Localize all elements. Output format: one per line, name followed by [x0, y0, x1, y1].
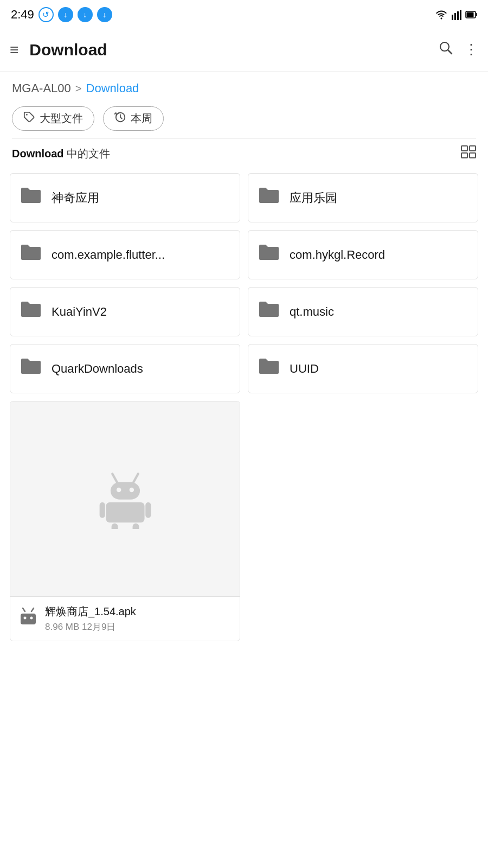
svg-point-7: [440, 42, 449, 51]
folder-icon: [20, 186, 43, 210]
view-toggle-icon[interactable]: [461, 145, 476, 162]
svg-rect-2: [457, 11, 459, 20]
status-bar: 2:49 ↺ ↓ ↓ ↓: [0, 0, 488, 28]
svg-point-26: [24, 617, 27, 620]
apk-filename: 辉焕商店_1.54.apk: [45, 604, 136, 619]
apk-meta: 8.96 MB 12月9日: [45, 621, 136, 633]
svg-line-28: [23, 608, 25, 611]
download-icon-3: ↓: [97, 7, 112, 22]
folder-item-1[interactable]: 应用乐园: [248, 173, 478, 222]
folder-item-5[interactable]: qt.music: [248, 287, 478, 336]
breadcrumb-separator: >: [75, 82, 82, 95]
svg-rect-3: [460, 10, 461, 20]
status-right: [435, 9, 477, 20]
apk-details: 辉焕商店_1.54.apk 8.96 MB 12月9日: [45, 604, 136, 633]
svg-rect-17: [110, 482, 139, 499]
svg-rect-11: [461, 146, 467, 151]
android-robot-icon: [95, 469, 155, 529]
svg-point-9: [26, 114, 28, 116]
svg-point-19: [129, 487, 133, 492]
file-grid: 神奇应用 应用乐园 com.example.flutter... com.hyk…: [0, 168, 488, 647]
folder-item-2[interactable]: com.example.flutter...: [10, 230, 240, 279]
filter-row: 大型文件 本周: [0, 101, 488, 138]
svg-line-16: [133, 474, 138, 482]
signal-icon: [451, 9, 462, 20]
svg-rect-22: [145, 502, 151, 518]
svg-rect-23: [111, 523, 118, 528]
folder-name-7: UUID: [290, 362, 319, 376]
svg-line-8: [448, 50, 452, 54]
svg-rect-24: [132, 523, 139, 528]
folder-name-6: QuarkDownloads: [52, 362, 143, 376]
svg-rect-13: [461, 153, 467, 158]
folder-item-3[interactable]: com.hykgl.Record: [248, 230, 478, 279]
svg-rect-0: [452, 15, 453, 20]
wifi-icon: [435, 10, 448, 20]
svg-rect-25: [21, 614, 36, 624]
status-time: 2:49: [11, 8, 34, 22]
svg-line-29: [31, 608, 34, 611]
folder-name-3: com.hykgl.Record: [290, 248, 385, 262]
folder-item-6[interactable]: QuarkDownloads: [10, 344, 240, 393]
section-title: Download 中的文件: [12, 146, 110, 161]
app-bar-actions: ⋮: [438, 40, 478, 59]
apk-preview: [10, 401, 240, 597]
folder-icon: [20, 242, 43, 267]
svg-rect-14: [470, 153, 476, 158]
svg-rect-21: [99, 502, 105, 518]
sync-icon: ↺: [38, 7, 54, 22]
tag-icon: [23, 111, 35, 126]
breadcrumb: MGA-AL00 > Download: [0, 72, 488, 101]
filter-this-week[interactable]: 本周: [103, 106, 164, 131]
svg-rect-1: [454, 13, 456, 20]
folder-item-0[interactable]: 神奇应用: [10, 173, 240, 222]
folder-item-4[interactable]: KuaiYinV2: [10, 287, 240, 336]
svg-point-27: [30, 617, 33, 620]
folder-item-7[interactable]: UUID: [248, 344, 478, 393]
filter-this-week-label: 本周: [131, 111, 152, 126]
folder-icon: [258, 186, 281, 210]
download-icon-1: ↓: [58, 7, 73, 22]
folder-icon: [20, 299, 43, 324]
breadcrumb-current[interactable]: Download: [86, 81, 139, 95]
apk-file-icon: [18, 606, 38, 631]
svg-line-15: [112, 474, 117, 482]
folder-name-5: qt.music: [290, 305, 334, 319]
search-icon[interactable]: [438, 40, 453, 59]
more-options-icon[interactable]: ⋮: [464, 41, 478, 58]
svg-point-18: [116, 487, 120, 492]
svg-rect-6: [467, 12, 474, 17]
apk-info: 辉焕商店_1.54.apk 8.96 MB 12月9日: [10, 597, 240, 641]
folder-name-0: 神奇应用: [52, 190, 99, 206]
svg-rect-12: [470, 146, 476, 151]
page-title: Download: [29, 41, 438, 59]
file-item-apk[interactable]: 辉焕商店_1.54.apk 8.96 MB 12月9日: [10, 401, 240, 641]
filter-large-files[interactable]: 大型文件: [12, 106, 94, 131]
folder-icon: [258, 356, 281, 381]
breadcrumb-root[interactable]: MGA-AL00: [12, 81, 71, 95]
filter-large-files-label: 大型文件: [40, 111, 83, 126]
folder-icon: [258, 299, 281, 324]
svg-rect-20: [106, 502, 144, 522]
status-left: 2:49 ↺ ↓ ↓ ↓: [11, 7, 112, 22]
history-icon: [114, 111, 126, 126]
folder-name-4: KuaiYinV2: [52, 305, 107, 319]
menu-icon[interactable]: ≡: [10, 42, 18, 58]
folder-icon: [20, 356, 43, 381]
folder-name-2: com.example.flutter...: [52, 248, 165, 262]
battery-icon: [465, 9, 477, 20]
download-icon-2: ↓: [78, 7, 93, 22]
folder-icon: [258, 242, 281, 267]
app-bar: ≡ Download ⋮: [0, 28, 488, 72]
folder-name-1: 应用乐园: [290, 190, 337, 206]
section-header: Download 中的文件: [0, 139, 488, 168]
svg-rect-5: [476, 13, 477, 16]
